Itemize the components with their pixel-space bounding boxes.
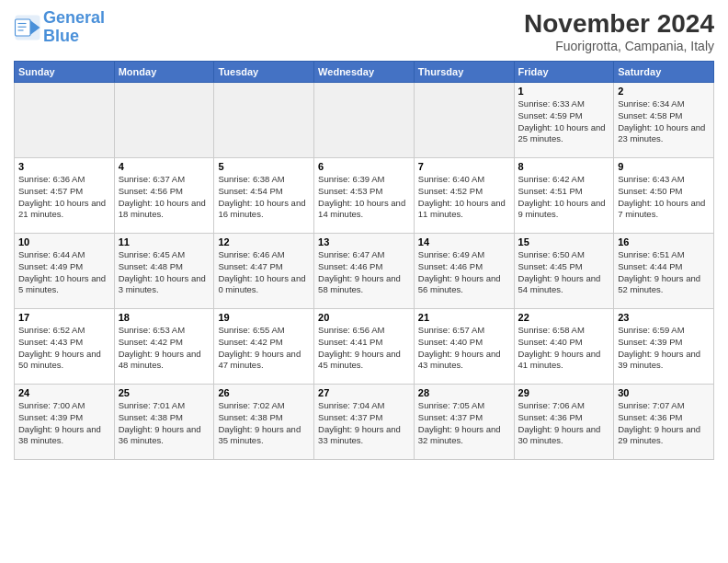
day-number: 9	[618, 161, 710, 172]
calendar-cell: 18Sunrise: 6:53 AM Sunset: 4:42 PM Dayli…	[114, 309, 214, 385]
calendar-cell: 28Sunrise: 7:05 AM Sunset: 4:37 PM Dayli…	[414, 385, 514, 460]
header-friday: Friday	[514, 62, 614, 83]
day-number: 3	[18, 161, 110, 172]
day-number: 17	[18, 312, 110, 323]
day-number: 5	[218, 161, 310, 172]
calendar-cell	[314, 83, 415, 158]
calendar-cell: 15Sunrise: 6:50 AM Sunset: 4:45 PM Dayli…	[514, 234, 614, 309]
day-info: Sunrise: 6:50 AM Sunset: 4:45 PM Dayligh…	[518, 249, 610, 296]
day-info: Sunrise: 6:43 AM Sunset: 4:50 PM Dayligh…	[618, 174, 710, 221]
day-number: 7	[418, 161, 510, 172]
day-info: Sunrise: 7:02 AM Sunset: 4:38 PM Dayligh…	[218, 400, 310, 447]
logo-icon	[14, 14, 41, 41]
day-info: Sunrise: 6:44 AM Sunset: 4:49 PM Dayligh…	[18, 249, 110, 296]
day-number: 14	[418, 236, 510, 247]
calendar-cell: 16Sunrise: 6:51 AM Sunset: 4:44 PM Dayli…	[614, 234, 714, 309]
day-info: Sunrise: 6:36 AM Sunset: 4:57 PM Dayligh…	[18, 174, 110, 221]
title-area: November 2024 Fuorigrotta, Campania, Ita…	[524, 9, 714, 53]
logo-text: General Blue	[43, 9, 105, 46]
calendar-cell: 24Sunrise: 7:00 AM Sunset: 4:39 PM Dayli…	[15, 385, 115, 460]
calendar-table: Sunday Monday Tuesday Wednesday Thursday…	[14, 61, 714, 460]
calendar-cell	[214, 83, 314, 158]
calendar-cell: 14Sunrise: 6:49 AM Sunset: 4:46 PM Dayli…	[414, 234, 514, 309]
day-number: 11	[119, 236, 210, 247]
day-number: 13	[318, 236, 410, 247]
day-number: 22	[518, 312, 610, 323]
day-number: 30	[618, 387, 710, 398]
day-number: 6	[318, 161, 410, 172]
logo: General Blue	[14, 9, 105, 46]
day-number: 27	[318, 387, 410, 398]
calendar-cell: 25Sunrise: 7:01 AM Sunset: 4:38 PM Dayli…	[114, 385, 214, 460]
day-info: Sunrise: 6:39 AM Sunset: 4:53 PM Dayligh…	[318, 174, 410, 221]
header-saturday: Saturday	[614, 62, 714, 83]
calendar-cell: 5Sunrise: 6:38 AM Sunset: 4:54 PM Daylig…	[214, 158, 314, 234]
day-info: Sunrise: 7:06 AM Sunset: 4:36 PM Dayligh…	[518, 400, 610, 447]
calendar-cell: 20Sunrise: 6:56 AM Sunset: 4:41 PM Dayli…	[314, 309, 415, 385]
calendar-cell: 23Sunrise: 6:59 AM Sunset: 4:39 PM Dayli…	[614, 309, 714, 385]
day-info: Sunrise: 6:42 AM Sunset: 4:51 PM Dayligh…	[518, 174, 610, 221]
page: General Blue November 2024 Fuorigrotta, …	[0, 0, 728, 563]
calendar-cell	[414, 83, 514, 158]
calendar-cell: 8Sunrise: 6:42 AM Sunset: 4:51 PM Daylig…	[514, 158, 614, 234]
calendar-cell: 2Sunrise: 6:34 AM Sunset: 4:58 PM Daylig…	[614, 83, 714, 158]
calendar-cell: 13Sunrise: 6:47 AM Sunset: 4:46 PM Dayli…	[314, 234, 415, 309]
calendar-cell: 26Sunrise: 7:02 AM Sunset: 4:38 PM Dayli…	[214, 385, 314, 460]
calendar-cell: 1Sunrise: 6:33 AM Sunset: 4:59 PM Daylig…	[514, 83, 614, 158]
calendar-cell	[114, 83, 214, 158]
day-number: 18	[119, 312, 210, 323]
day-number: 29	[518, 387, 610, 398]
day-info: Sunrise: 6:58 AM Sunset: 4:40 PM Dayligh…	[518, 325, 610, 372]
day-number: 1	[518, 86, 610, 97]
header: General Blue November 2024 Fuorigrotta, …	[14, 9, 714, 53]
calendar-cell	[15, 83, 115, 158]
calendar-cell: 27Sunrise: 7:04 AM Sunset: 4:37 PM Dayli…	[314, 385, 415, 460]
calendar-cell: 30Sunrise: 7:07 AM Sunset: 4:36 PM Dayli…	[614, 385, 714, 460]
day-number: 4	[119, 161, 210, 172]
day-info: Sunrise: 6:37 AM Sunset: 4:56 PM Dayligh…	[119, 174, 210, 221]
header-thursday: Thursday	[414, 62, 514, 83]
calendar-cell: 4Sunrise: 6:37 AM Sunset: 4:56 PM Daylig…	[114, 158, 214, 234]
calendar-cell: 10Sunrise: 6:44 AM Sunset: 4:49 PM Dayli…	[15, 234, 115, 309]
calendar-row-3: 10Sunrise: 6:44 AM Sunset: 4:49 PM Dayli…	[15, 234, 714, 309]
calendar-cell: 7Sunrise: 6:40 AM Sunset: 4:52 PM Daylig…	[414, 158, 514, 234]
day-info: Sunrise: 6:53 AM Sunset: 4:42 PM Dayligh…	[119, 325, 210, 372]
day-number: 8	[518, 161, 610, 172]
day-number: 10	[18, 236, 110, 247]
calendar-cell: 11Sunrise: 6:45 AM Sunset: 4:48 PM Dayli…	[114, 234, 214, 309]
calendar-cell: 3Sunrise: 6:36 AM Sunset: 4:57 PM Daylig…	[15, 158, 115, 234]
calendar-cell: 9Sunrise: 6:43 AM Sunset: 4:50 PM Daylig…	[614, 158, 714, 234]
header-wednesday: Wednesday	[314, 62, 415, 83]
day-number: 15	[518, 236, 610, 247]
day-info: Sunrise: 7:00 AM Sunset: 4:39 PM Dayligh…	[18, 400, 110, 447]
logo-line1: General	[43, 8, 105, 27]
header-sunday: Sunday	[15, 62, 115, 83]
day-number: 12	[218, 236, 310, 247]
day-info: Sunrise: 6:34 AM Sunset: 4:58 PM Dayligh…	[618, 98, 710, 145]
day-info: Sunrise: 6:56 AM Sunset: 4:41 PM Dayligh…	[318, 325, 410, 372]
calendar-row-2: 3Sunrise: 6:36 AM Sunset: 4:57 PM Daylig…	[15, 158, 714, 234]
day-info: Sunrise: 6:49 AM Sunset: 4:46 PM Dayligh…	[418, 249, 510, 296]
day-info: Sunrise: 6:47 AM Sunset: 4:46 PM Dayligh…	[318, 249, 410, 296]
calendar-row-1: 1Sunrise: 6:33 AM Sunset: 4:59 PM Daylig…	[15, 83, 714, 158]
day-number: 16	[618, 236, 710, 247]
day-info: Sunrise: 6:33 AM Sunset: 4:59 PM Dayligh…	[518, 98, 610, 145]
calendar-row-5: 24Sunrise: 7:00 AM Sunset: 4:39 PM Dayli…	[15, 385, 714, 460]
day-number: 26	[218, 387, 310, 398]
day-info: Sunrise: 6:45 AM Sunset: 4:48 PM Dayligh…	[119, 249, 210, 296]
day-info: Sunrise: 6:59 AM Sunset: 4:39 PM Dayligh…	[618, 325, 710, 372]
day-number: 19	[218, 312, 310, 323]
calendar-header-row: Sunday Monday Tuesday Wednesday Thursday…	[15, 62, 714, 83]
day-info: Sunrise: 6:52 AM Sunset: 4:43 PM Dayligh…	[18, 325, 110, 372]
day-number: 24	[18, 387, 110, 398]
day-info: Sunrise: 6:40 AM Sunset: 4:52 PM Dayligh…	[418, 174, 510, 221]
calendar-cell: 22Sunrise: 6:58 AM Sunset: 4:40 PM Dayli…	[514, 309, 614, 385]
day-info: Sunrise: 7:07 AM Sunset: 4:36 PM Dayligh…	[618, 400, 710, 447]
header-monday: Monday	[114, 62, 214, 83]
day-number: 23	[618, 312, 710, 323]
calendar-cell: 21Sunrise: 6:57 AM Sunset: 4:40 PM Dayli…	[414, 309, 514, 385]
day-info: Sunrise: 6:55 AM Sunset: 4:42 PM Dayligh…	[218, 325, 310, 372]
day-number: 20	[318, 312, 410, 323]
day-info: Sunrise: 7:01 AM Sunset: 4:38 PM Dayligh…	[119, 400, 210, 447]
main-title: November 2024	[524, 9, 714, 39]
